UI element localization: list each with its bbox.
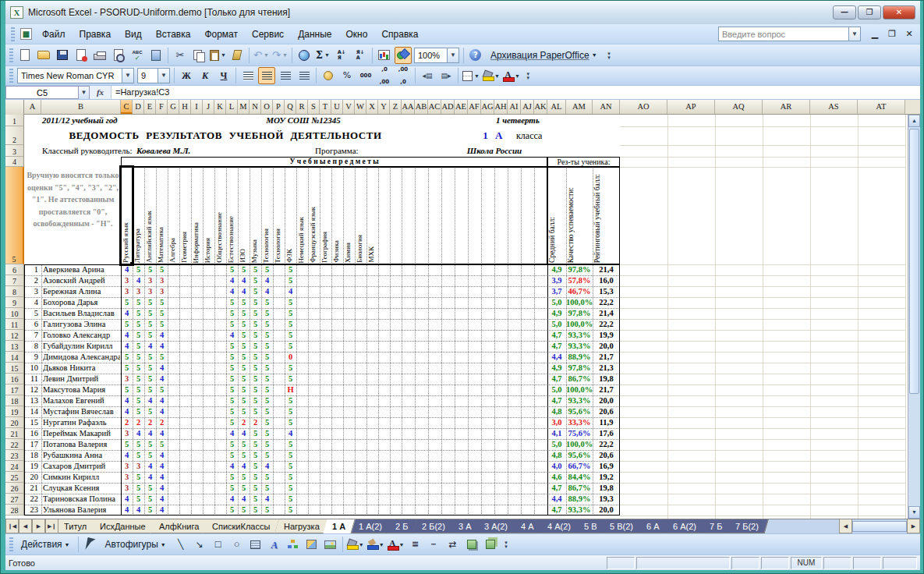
rating-score-cell[interactable]: 15,3 [593, 286, 620, 297]
sheet-tab-Нагрузка[interactable]: Нагрузка [274, 519, 329, 533]
student-name-cell[interactable]: Галигузова Элина [43, 319, 120, 330]
grade-cell[interactable]: 5 [250, 450, 261, 461]
grade-cell[interactable]: 5 [238, 374, 250, 384]
column-header-AE[interactable]: AE [455, 100, 468, 114]
grade-cell[interactable]: 5 [261, 374, 273, 384]
grade-cell[interactable]: 4 [285, 286, 296, 297]
sheet-tab-2 Б(2)[interactable]: 2 Б(2) [412, 519, 455, 533]
underline-button[interactable]: Ч [215, 67, 232, 84]
grade-cell[interactable]: 5 [250, 439, 261, 450]
grade-cell[interactable]: 5 [144, 374, 156, 384]
zoom-combo[interactable]: 100% ▼ [414, 48, 459, 63]
grade-cell[interactable]: 5 [261, 308, 273, 319]
grade-cell[interactable]: 4 [133, 505, 144, 516]
subject-column-header[interactable]: Французский язык [308, 167, 320, 264]
grade-cell[interactable]: 5 [121, 439, 133, 450]
toolbar-options-button[interactable]: ▾▾ [523, 67, 533, 84]
grade-cell[interactable]: 5 [261, 319, 273, 330]
rating-score-cell[interactable]: 17,6 [593, 428, 620, 439]
column-header-B[interactable]: B [41, 100, 121, 114]
column-header-O[interactable]: O [261, 100, 273, 114]
student-number-cell[interactable]: 4 [24, 297, 40, 308]
student-number-cell[interactable]: 17 [24, 439, 40, 450]
toolbar-grip[interactable] [9, 537, 13, 551]
grade-cell[interactable]: 5 [121, 384, 133, 395]
grade-cell[interactable]: 4 [156, 483, 168, 494]
average-score-cell[interactable]: 4,4 [547, 494, 566, 505]
average-score-cell[interactable]: 4,7 [547, 341, 566, 352]
grade-cell[interactable]: 5 [133, 330, 144, 341]
grade-cell[interactable]: 3 [133, 286, 144, 297]
menu-item-Вставка[interactable]: Вставка [149, 26, 198, 43]
quality-percent-cell[interactable]: 93,3% [566, 505, 593, 516]
rating-score-cell[interactable]: 19,3 [593, 494, 620, 505]
result-column-header[interactable]: Качество успеваемости: [566, 167, 593, 264]
grade-cell[interactable]: 4 [121, 450, 133, 461]
quality-percent-cell[interactable]: 97,8% [566, 308, 593, 319]
column-header-AC[interactable]: AC [428, 100, 441, 114]
rating-score-cell[interactable]: 21,7 [593, 352, 620, 363]
grade-cell[interactable]: 4 [121, 494, 133, 505]
column-header-L[interactable]: L [226, 100, 238, 114]
column-header-N[interactable]: N [250, 100, 261, 114]
sheet-tab-4 А(2)[interactable]: 4 А(2) [538, 519, 580, 533]
grade-cell[interactable]: 5 [238, 450, 250, 461]
vertical-scrollbar[interactable]: ▲ ▼ [908, 115, 920, 519]
column-header-AG[interactable]: AG [481, 100, 494, 114]
previous-sheet-button[interactable]: ◀ [19, 519, 32, 533]
toolbar-grip[interactable] [9, 48, 13, 62]
student-number-cell[interactable]: 22 [24, 494, 40, 505]
grade-cell[interactable]: 5 [144, 264, 156, 275]
undo-button[interactable]: ↶▼ [253, 47, 270, 64]
grade-cell[interactable]: 5 [250, 330, 261, 341]
grade-cell[interactable]: 5 [226, 384, 238, 395]
column-header-H[interactable]: H [179, 100, 191, 114]
grade-cell[interactable]: 5 [250, 308, 261, 319]
menu-item-Окно[interactable]: Окно [338, 26, 374, 43]
subject-column-header[interactable]: Обществознание [214, 167, 226, 264]
grade-cell[interactable]: 4 [121, 341, 133, 352]
grade-cell[interactable]: 5 [133, 472, 144, 483]
student-name-cell[interactable]: Рубашкина Анна [43, 450, 120, 461]
grade-cell[interactable]: 5 [285, 439, 296, 450]
toolbar-options-button[interactable]: ▾▾ [501, 536, 512, 553]
diagram-button[interactable] [285, 536, 302, 553]
grade-cell[interactable]: 5 [156, 439, 168, 450]
3d-style-button[interactable] [482, 536, 499, 553]
grade-cell[interactable]: 4 [144, 395, 156, 406]
grade-cell[interactable]: 5 [121, 319, 133, 330]
grade-cell[interactable]: 5 [285, 417, 296, 428]
quality-percent-cell[interactable]: 100,0% [566, 319, 593, 330]
column-header-AO[interactable]: AO [620, 100, 667, 114]
grade-cell[interactable]: 3 [121, 286, 133, 297]
grade-cell[interactable]: 5 [261, 297, 273, 308]
grade-cell[interactable]: 5 [250, 264, 261, 275]
grade-cell[interactable]: 4 [121, 330, 133, 341]
italic-button[interactable]: К [196, 67, 214, 84]
grade-cell[interactable]: 4 [261, 461, 273, 472]
align-right-button[interactable] [277, 67, 294, 84]
student-name-cell[interactable]: Слуцкая Ксения [43, 483, 120, 494]
sheet-tab-7 Б(2)[interactable]: 7 Б(2) [726, 519, 768, 533]
column-header-AK[interactable]: AK [534, 100, 547, 114]
subject-column-header[interactable]: ФЗК [285, 167, 296, 264]
menu-item-Формат[interactable]: Формат [197, 26, 245, 43]
chevron-down-icon[interactable]: ▼ [78, 87, 89, 99]
grade-cell[interactable]: 2 [133, 417, 144, 428]
quality-percent-cell[interactable]: 93,3% [566, 330, 593, 341]
column-header-M[interactable]: M [238, 100, 250, 114]
bold-button[interactable]: Ж [178, 67, 195, 84]
grade-cell[interactable]: 4 [121, 264, 133, 275]
grade-cell[interactable]: 4 [238, 275, 250, 286]
grade-cell[interactable]: 5 [261, 483, 273, 494]
grade-cell[interactable]: 4 [156, 505, 168, 516]
grade-cell[interactable]: 3 [121, 428, 133, 439]
decrease-decimal-button[interactable]: ,00 ,0 [395, 67, 412, 84]
grade-cell[interactable]: 0 [285, 352, 296, 363]
chart-wizard-button[interactable] [376, 47, 393, 64]
grade-cell[interactable]: 4 [226, 286, 238, 297]
autoshapes-button[interactable]: Автофигуры ▼ [100, 536, 172, 553]
close-button[interactable]: ✕ [883, 5, 915, 19]
grade-cell[interactable]: 4 [121, 395, 133, 406]
student-number-cell[interactable]: 23 [24, 505, 40, 516]
